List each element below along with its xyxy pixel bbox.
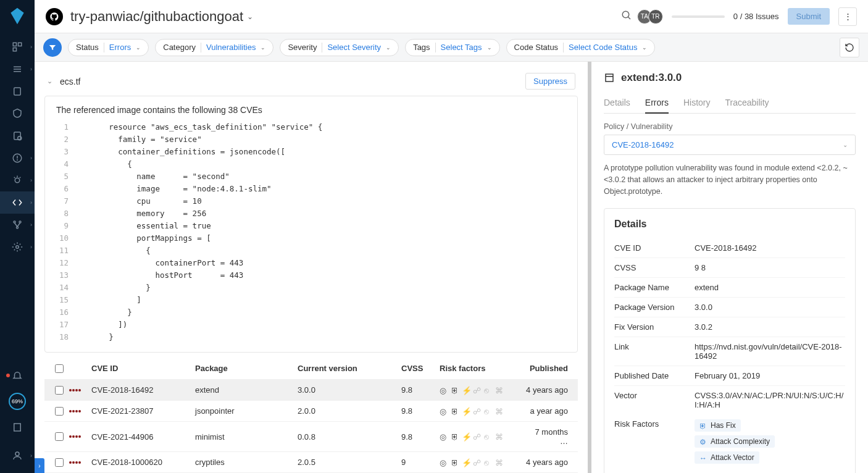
detail-row: Published DateFebruary 01, 2019 [614,366,845,386]
risk-factor-icon: ⚡ [462,458,470,467]
risk-factor-icon: ☍ [473,458,482,467]
detail-row: CVSS9 8 [614,258,845,278]
tab-traceability[interactable]: Traceability [725,93,769,113]
avatar: TR [648,9,663,24]
nav-settings[interactable]: › [0,236,35,258]
svg-line-14 [14,177,15,178]
app-logo [7,6,27,26]
avatar-stack: TA TR [641,9,663,24]
submit-button[interactable]: Submit [788,8,830,25]
nav-alerts[interactable]: › [0,147,35,169]
svg-line-15 [20,177,21,178]
nav-notifications[interactable] [0,364,35,387]
row-checkbox[interactable] [55,407,64,416]
risk-factor-icon: ⛨ [451,407,459,416]
nav-list[interactable]: › [0,58,35,80]
filter-tags[interactable]: TagsSelect Tags⌄ [405,39,499,56]
suppress-button[interactable]: Suppress [525,73,575,90]
filter-status[interactable]: StatusErrors⌄ [68,39,149,56]
risk-factor-icon: ⎋ [484,386,493,395]
col-cvss: CVSS [401,364,440,373]
table-row[interactable]: CVE-2021-44906 minimist 0.0.8 9.8 ◎⛨⚡☍⎋⌘… [44,421,578,451]
col-version: Current version [298,364,401,373]
risk-factor-icon: ☍ [473,386,482,395]
svg-line-25 [628,17,630,19]
risk-factor-icon: ⛨ [451,458,459,467]
risk-chip: ⚙Attack Complexity [695,435,775,448]
nav-account[interactable]: › [0,445,35,467]
topbar: try-panwiac/githubactiongoat⌄ TA TR 0 / … [35,0,868,33]
filter-icon[interactable] [43,38,62,57]
svg-point-23 [15,452,19,456]
risk-factor-icon: ⎋ [484,458,493,467]
table-row[interactable]: CVE-2018-1000620 cryptiles 2.0.5 9 ◎⛨⚡☍⎋… [44,451,578,472]
row-checkbox[interactable] [55,458,64,467]
policy-select[interactable]: CVE-2018-16492⌄ [604,135,856,155]
col-cve: CVE ID [91,364,195,373]
svg-point-17 [19,221,21,223]
collapse-icon[interactable]: ⌄ [47,77,52,85]
file-description: The referenced image contains the follow… [56,105,566,115]
svg-line-19 [15,223,18,227]
nav-compliance[interactable] [0,125,35,147]
risk-factor-icon: ◎ [440,407,448,416]
svg-point-12 [15,178,20,183]
file-name: ecs.tf [60,77,80,86]
tab-details[interactable]: Details [604,93,630,113]
github-icon [46,8,63,25]
svg-point-24 [622,11,629,18]
package-icon [604,72,615,83]
filter-category[interactable]: CategoryVulnerabilities⌄ [155,39,273,56]
row-checkbox[interactable] [55,432,64,441]
table-row[interactable]: CVE-2021-23807 jsonpointer 2.0.0 9.8 ◎⛨⚡… [44,400,578,421]
risk-factor-icon: ◎ [440,432,448,441]
nav-code[interactable]: › [0,191,35,214]
risk-factors-label: Risk Factors [614,419,695,464]
nav-docs[interactable] [0,416,35,438]
filter-severity[interactable]: SeveritySelect Severity⌄ [280,39,399,56]
expand-tab[interactable]: › [35,458,44,473]
risk-factor-icon: ☍ [473,407,482,416]
col-published: Published [525,364,573,373]
nav-dashboard[interactable]: › [0,36,35,58]
details-heading: Details [614,219,845,230]
risk-factor-icon: ⚡ [462,386,470,395]
select-all-checkbox[interactable] [55,364,64,373]
nav-bug[interactable]: › [0,169,35,191]
vulnerability-description: A prototype pollution vulnerability was … [604,162,856,197]
risk-factor-icon: ◎ [440,386,448,395]
risk-chip: ⛨Has Fix [695,419,741,432]
repo-title[interactable]: try-panwiac/githubactiongoat⌄ [70,9,253,25]
nav-inventory[interactable] [0,80,35,103]
main-pane: ⌄ ecs.tf Suppress The referenced image c… [35,62,591,473]
detail-row: Fix Version3.0.2 [614,317,845,337]
svg-rect-2 [13,48,16,51]
detail-row: Linkhttps://nvd.nist.gov/vuln/detail/CVE… [614,337,845,366]
risk-factor-icon: ⌘ [495,458,504,467]
svg-point-11 [17,160,18,161]
detail-row: Package Nameextend [614,278,845,298]
row-checkbox[interactable] [55,386,64,395]
reset-filters-button[interactable] [840,38,859,57]
progress-ring: 69% [9,393,26,410]
policy-label: Policy / Vulnerability [604,122,856,131]
cve-table: CVE ID Package Current version CVSS Risk… [44,358,578,473]
search-icon[interactable] [621,10,632,23]
svg-rect-6 [14,88,21,95]
svg-line-20 [17,223,20,227]
filter-code-status[interactable]: Code StatusSelect Code Status⌄ [506,39,656,56]
table-row[interactable]: CVE-2018-16492 extend 3.0.0 9.8 ◎⛨⚡☍⎋⌘ 4… [44,379,578,400]
col-risk: Risk factors [440,364,525,373]
tab-history[interactable]: History [683,93,711,113]
nav-graph[interactable]: › [0,214,35,236]
detail-row: CVE IDCVE-2018-16492 [614,238,845,258]
svg-rect-7 [14,132,21,140]
nav-shield[interactable] [0,103,35,125]
svg-point-16 [14,221,15,223]
issue-count: 0 / 38 Issues [733,12,779,21]
risk-factor-icon: ⌘ [495,432,504,441]
svg-rect-26 [606,74,613,82]
detail-panel: extend:3.0.0 Details Errors History Trac… [591,62,868,473]
tab-errors[interactable]: Errors [645,93,669,114]
kebab-menu[interactable]: ⋮ [838,7,857,26]
